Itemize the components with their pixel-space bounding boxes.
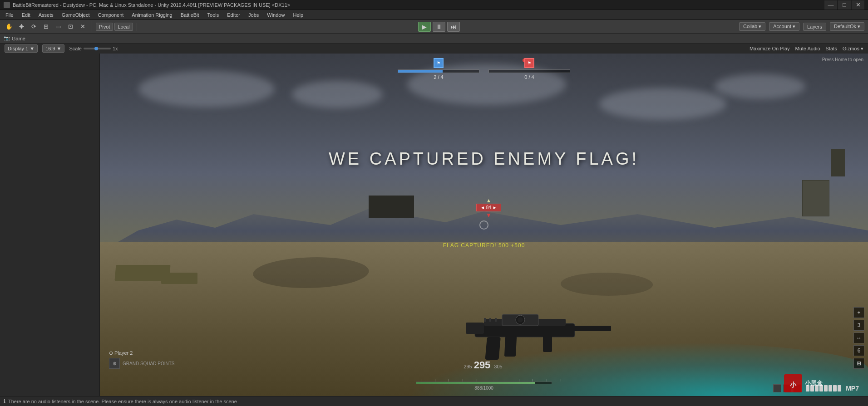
menu-component[interactable]: Component	[94, 11, 127, 19]
menu-help[interactable]: Help	[289, 11, 307, 19]
svg-rect-8	[466, 323, 484, 334]
layout-button[interactable]: DefaultOk ▾	[830, 22, 864, 31]
game-area: WE CAPTURED ENEMY FLAG! ⚑ 2 / 4 ⚑	[0, 54, 868, 396]
map-btn-3[interactable]: ↔	[853, 333, 864, 343]
scale-value: 1x	[113, 46, 118, 51]
display-dropdown[interactable]: Display 1 ▼	[5, 44, 38, 53]
tick-1	[407, 379, 407, 382]
svg-rect-9	[543, 336, 552, 352]
aspect-dropdown[interactable]: 16:9 ▼	[42, 44, 64, 53]
map-btn-1[interactable]: +	[853, 307, 864, 318]
scale-slider-thumb[interactable]	[94, 47, 98, 50]
flag-notification: FLAG CAPTURED! 500 +500	[443, 242, 525, 249]
menu-edit[interactable]: Edit	[18, 11, 34, 19]
hand-tool-button[interactable]: ✋	[4, 21, 15, 32]
squad-label: GRAND SQUAD POINTS	[123, 361, 174, 366]
tick-12	[561, 379, 561, 382]
status-message: There are no audio listeners in the scen…	[8, 399, 237, 404]
local-label: Local	[118, 24, 129, 29]
menu-file[interactable]: File	[2, 11, 17, 19]
watermark: 小 小黑盒	[784, 374, 823, 392]
menu-assets[interactable]: Assets	[35, 11, 57, 19]
ammo-small-left: 295	[464, 364, 472, 369]
toolbar-right: Collab ▾ Account ▾ Layers DefaultOk ▾	[739, 22, 864, 31]
bunker	[369, 196, 414, 218]
blue-progress-bar	[398, 69, 479, 73]
close-button[interactable]: ✕	[852, 0, 864, 10]
map-btn-4[interactable]: 6	[853, 345, 864, 356]
top-hud: ⚑ 2 / 4 ⚑ 0 / 4	[398, 58, 570, 80]
play-button[interactable]: ▶	[418, 22, 431, 32]
menu-window[interactable]: Window	[263, 11, 288, 19]
scale-slider-track[interactable]	[84, 48, 111, 49]
account-button[interactable]: Account ▾	[769, 22, 799, 31]
blue-progress-fill	[398, 70, 443, 73]
svg-rect-2	[566, 326, 611, 331]
game-viewport[interactable]: WE CAPTURED ENEMY FLAG! ⚑ 2 / 4 ⚑	[100, 54, 868, 396]
title-bar-left: BattleBitRemastered - Dustydew - PC, Mac…	[4, 2, 290, 8]
menu-gameobject[interactable]: GameObject	[58, 11, 94, 19]
pivot-dropdown[interactable]: Pivot	[96, 23, 113, 31]
structure-tower	[831, 149, 845, 176]
title-text: BattleBitRemastered - Dustydew - PC, Mac…	[13, 2, 290, 8]
local-dropdown[interactable]: Local	[114, 23, 133, 31]
move-tool-button[interactable]: ✥	[16, 21, 27, 32]
gizmos-dropdown[interactable]: Gizmos ▾	[843, 46, 863, 52]
blue-score-text: 2 / 4	[434, 74, 443, 80]
squad-info: ⚙ GRAND SQUAD POINTS	[109, 358, 174, 369]
mute-audio[interactable]: Mute Audio	[795, 46, 820, 52]
rect-tool-button[interactable]: ▭	[53, 21, 64, 32]
red-team-score: ⚑ 0 / 4	[488, 58, 570, 80]
red-team-icon: ⚑	[524, 58, 534, 68]
title-bar: BattleBitRemastered - Dustydew - PC, Mac…	[0, 0, 868, 10]
minimize-button[interactable]: —	[824, 0, 837, 10]
blue-team-score: ⚑ 2 / 4	[398, 58, 479, 80]
squad-symbol: ⚙	[109, 358, 120, 369]
toolbar: ✋ ✥ ⟳ ⊞ ▭ ⊡ ✕ Pivot Local ▶ ⏸ ⏭ Collab ▾…	[0, 20, 868, 34]
menu-battlebit[interactable]: BattleBit	[177, 11, 203, 19]
title-bar-controls[interactable]: — □ ✕	[824, 0, 864, 10]
transform-tools-group: ✋ ✥ ⟳ ⊞ ▭ ⊡ ✕	[4, 21, 92, 32]
map-btn-2[interactable]: 3	[853, 320, 864, 331]
custom-tool-button[interactable]: ✕	[77, 21, 88, 32]
layers-label: Layers	[807, 24, 822, 29]
cloud-5	[715, 74, 805, 99]
right-chevron: ►	[493, 205, 497, 210]
cloud-1	[138, 71, 275, 107]
enemy-distance-bar: ◄ 84 ►	[476, 204, 501, 211]
crosshair	[479, 220, 488, 230]
pivot-group: Pivot Local	[96, 23, 137, 31]
menu-editor[interactable]: Editor	[223, 11, 244, 19]
capture-message: WE CAPTURED ENEMY FLAG!	[329, 149, 639, 169]
health-bar	[416, 382, 552, 384]
svg-rect-6	[485, 337, 501, 360]
stats-button[interactable]: Stats	[826, 46, 837, 52]
menu-jobs[interactable]: Jobs	[245, 11, 262, 19]
watermark-icon: 小	[784, 374, 802, 392]
svg-rect-12	[495, 318, 497, 322]
transform-tool-button[interactable]: ⊡	[65, 21, 76, 32]
ammo-current: 295	[474, 359, 491, 371]
layers-button[interactable]: Layers	[803, 23, 826, 31]
cloud-2	[292, 81, 383, 108]
left-panel	[0, 54, 100, 396]
marker-arrow-up: ▲	[486, 197, 491, 204]
svg-rect-7	[504, 336, 517, 357]
menu-animation-rigging[interactable]: Animation Rigging	[128, 11, 176, 19]
maximize-on-play[interactable]: Maximize On Play	[750, 46, 790, 52]
aspect-arrow: ▼	[57, 46, 62, 51]
step-button[interactable]: ⏭	[447, 22, 460, 32]
tab-game-label: Game	[12, 36, 25, 41]
pause-button[interactable]: ⏸	[433, 22, 445, 32]
menu-tools[interactable]: Tools	[204, 11, 223, 19]
ammo-dot-5	[824, 385, 828, 391]
ammo-dot-8	[838, 385, 841, 391]
scale-control: Scale 1x	[69, 46, 118, 51]
viewport-top-controls: Display 1 ▼ 16:9 ▼ Scale 1x	[5, 44, 118, 53]
collab-button[interactable]: Collab ▾	[739, 22, 765, 31]
maximize-button[interactable]: □	[838, 0, 851, 10]
rotate-tool-button[interactable]: ⟳	[28, 21, 39, 32]
scale-tool-button[interactable]: ⊞	[40, 21, 51, 32]
menu-bar: File Edit Assets GameObject Component An…	[0, 10, 868, 20]
map-btn-5[interactable]: ⊞	[853, 358, 864, 369]
